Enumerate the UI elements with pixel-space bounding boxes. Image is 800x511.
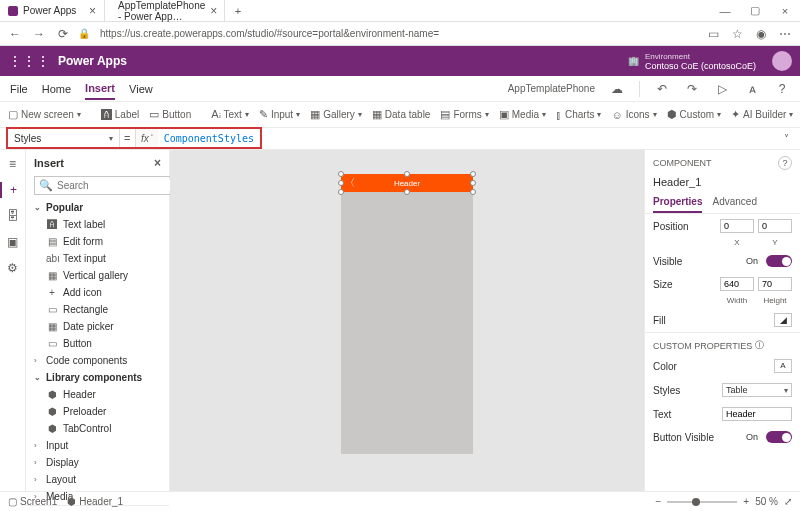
close-icon[interactable]: ×	[210, 4, 217, 18]
property-selector[interactable]: Styles▾	[8, 129, 120, 147]
tree-view-icon[interactable]: ≡	[5, 156, 21, 172]
zoom-out-button[interactable]: −	[656, 496, 662, 507]
group-code-components[interactable]: ›Code components	[26, 352, 169, 369]
aibuilder-menu[interactable]: ✦AI Builder▾	[731, 108, 793, 121]
media-rail-icon[interactable]: ▣	[5, 234, 21, 250]
canvas[interactable]: 〈 Header	[170, 150, 644, 491]
search-input[interactable]	[57, 180, 184, 191]
header-component[interactable]: 〈 Header	[341, 174, 473, 192]
phone-screen[interactable]: 〈 Header	[341, 174, 473, 454]
browser-tab[interactable]: AppTemplatePhone - Power App… ×	[105, 0, 225, 21]
back-button[interactable]: ←	[6, 27, 24, 41]
gallery-menu[interactable]: ▦Gallery▾	[310, 108, 362, 121]
tab-properties[interactable]: Properties	[653, 192, 702, 213]
group-library-components[interactable]: ⌄Library components	[26, 369, 169, 386]
label-button[interactable]: 🅰Label	[101, 109, 139, 121]
new-tab-button[interactable]: +	[225, 0, 251, 21]
avatar[interactable]	[772, 51, 792, 71]
template-name: AppTemplatePhone	[508, 83, 595, 94]
help-icon[interactable]: ?	[778, 156, 792, 170]
text-menu[interactable]: AᵢText▾	[211, 108, 249, 121]
close-pane-button[interactable]: ×	[154, 156, 161, 170]
styles-select[interactable]: Table▾	[722, 383, 792, 397]
search-box[interactable]: 🔍	[34, 176, 189, 195]
favorite-icon[interactable]: ☆	[728, 27, 746, 41]
height-input[interactable]	[758, 277, 792, 291]
insert-rectangle[interactable]: ▭Rectangle	[26, 301, 169, 318]
media-menu[interactable]: ▣Media▾	[499, 108, 546, 121]
data-rail-icon[interactable]: 🗄	[5, 208, 21, 224]
fill-picker[interactable]: ◢	[774, 313, 792, 327]
advanced-rail-icon[interactable]: ⚙	[5, 260, 21, 276]
group-display[interactable]: ›Display	[26, 454, 169, 471]
preview-button[interactable]: ▷	[714, 82, 730, 96]
insert-rail-icon[interactable]: +	[0, 182, 25, 198]
formula-input[interactable]: ComponentStyles	[158, 129, 260, 147]
size-label: Size	[653, 279, 716, 290]
maximize-button[interactable]: ▢	[740, 0, 770, 21]
insert-date-picker[interactable]: ▦Date picker	[26, 318, 169, 335]
insert-add-icon[interactable]: +Add icon	[26, 284, 169, 301]
checker-button[interactable]: ᴀ	[744, 82, 760, 96]
insert-text-label[interactable]: 🅰Text label	[26, 216, 169, 233]
icons-menu[interactable]: ☺Icons▾	[611, 109, 656, 121]
help-button[interactable]: ?	[774, 82, 790, 96]
ai-icon: ✦	[731, 108, 740, 121]
width-input[interactable]	[720, 277, 754, 291]
custom-menu[interactable]: ⬢Custom▾	[667, 108, 721, 121]
text-input[interactable]	[722, 407, 792, 421]
close-window-button[interactable]: ×	[770, 0, 800, 21]
button-button[interactable]: ▭Button	[149, 108, 191, 121]
button-visible-toggle[interactable]	[766, 431, 792, 443]
zoom-in-button[interactable]: +	[743, 496, 749, 507]
insert-vertical-gallery[interactable]: ▦Vertical gallery	[26, 267, 169, 284]
screen-breadcrumb[interactable]: ▢Screen1	[8, 496, 57, 507]
color-picker[interactable]: A	[774, 359, 792, 373]
undo-button[interactable]: ↶	[654, 82, 670, 96]
menu-home[interactable]: Home	[42, 79, 71, 99]
tab-advanced[interactable]: Advanced	[712, 192, 756, 213]
datatable-button[interactable]: ▦Data table	[372, 108, 431, 121]
equals-label: =	[120, 129, 136, 147]
menu-insert[interactable]: Insert	[85, 78, 115, 100]
menu-view[interactable]: View	[129, 79, 153, 99]
group-popular[interactable]: ⌄Popular	[26, 199, 169, 216]
component-breadcrumb[interactable]: ⬢Header_1	[67, 496, 123, 507]
zoom-slider[interactable]	[667, 501, 737, 503]
tab-title: AppTemplatePhone - Power App…	[118, 0, 205, 22]
refresh-button[interactable]: ⟳	[54, 27, 72, 41]
expand-formula-button[interactable]: ˅	[780, 133, 800, 144]
fit-button[interactable]: ⤢	[784, 496, 792, 507]
group-layout[interactable]: ›Layout	[26, 471, 169, 488]
new-screen-button[interactable]: ▢New screen▾	[8, 108, 81, 121]
forward-button[interactable]: →	[30, 27, 48, 41]
profile-icon[interactable]: ◉	[752, 27, 770, 41]
info-icon[interactable]: ⓘ	[755, 339, 764, 352]
charts-menu[interactable]: ⫿Charts▾	[556, 109, 601, 121]
position-x-input[interactable]	[720, 219, 754, 233]
environment-picker[interactable]: 🏢 Environment Contoso CoE (contosoCoE)	[628, 52, 756, 71]
insert-edit-form[interactable]: ▤Edit form	[26, 233, 169, 250]
close-icon[interactable]: ×	[89, 4, 96, 18]
redo-button[interactable]: ↷	[684, 82, 700, 96]
position-y-input[interactable]	[758, 219, 792, 233]
browser-tab[interactable]: Power Apps ×	[0, 0, 105, 21]
insert-text-input[interactable]: abıText input	[26, 250, 169, 267]
url-field[interactable]: https://us.create.powerapps.com/studio/#…	[96, 26, 698, 41]
insert-tabcontrol[interactable]: ⬢TabControl	[26, 420, 169, 437]
insert-preloader[interactable]: ⬢Preloader	[26, 403, 169, 420]
insert-header[interactable]: ⬢Header	[26, 386, 169, 403]
reader-icon[interactable]: ▭	[704, 27, 722, 41]
properties-tabs: Properties Advanced	[645, 192, 800, 214]
forms-menu[interactable]: ▤Forms▾	[440, 108, 488, 121]
properties-section-label: COMPONENT?	[645, 150, 800, 176]
input-menu[interactable]: ✎Input▾	[259, 108, 300, 121]
group-input[interactable]: ›Input	[26, 437, 169, 454]
menu-file[interactable]: File	[10, 79, 28, 99]
waffle-icon[interactable]: ⋮⋮⋮	[8, 53, 50, 69]
minimize-button[interactable]: —	[710, 0, 740, 21]
cloud-icon[interactable]: ☁	[609, 82, 625, 96]
more-icon[interactable]: ⋯	[776, 27, 794, 41]
visible-toggle[interactable]	[766, 255, 792, 267]
insert-button[interactable]: ▭Button	[26, 335, 169, 352]
